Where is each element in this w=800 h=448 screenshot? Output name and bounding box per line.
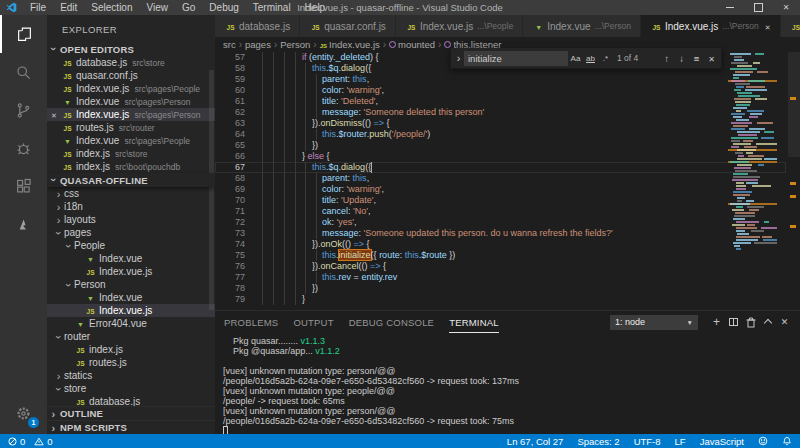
editor-tab[interactable]: Index.vue.js...\Person: [641, 15, 781, 37]
errors-status[interactable]: 0: [8, 436, 25, 447]
tree-item[interactable]: router: [47, 330, 215, 343]
editor-scrollbar[interactable]: [788, 52, 800, 157]
tree-item[interactable]: Person: [47, 278, 215, 291]
tree-item[interactable]: Index.vue.js: [47, 304, 215, 317]
kill-terminal-icon[interactable]: [742, 311, 759, 333]
close-window-button[interactable]: [772, 0, 800, 15]
sidebar-scrollbar[interactable]: [209, 70, 214, 310]
eol-status[interactable]: LF: [675, 436, 686, 447]
open-editor-item[interactable]: database.jssrc\store: [47, 56, 215, 69]
panel-tab-problems[interactable]: PROBLEMS: [224, 311, 278, 333]
menu-terminal[interactable]: Terminal: [246, 0, 298, 15]
manage-gear-icon[interactable]: 1: [0, 394, 47, 432]
menu-selection[interactable]: Selection: [84, 0, 139, 15]
open-editor-item[interactable]: routes.jssrc\router: [47, 121, 215, 134]
chevron-right-icon: [47, 408, 60, 420]
cursor-position-status[interactable]: Ln 67, Col 27: [507, 436, 564, 447]
language-mode-status[interactable]: JavaScript: [700, 436, 744, 447]
indentation-status[interactable]: Spaces: 2: [577, 436, 619, 447]
tree-item[interactable]: layouts: [47, 213, 215, 226]
breadcrumb-segment[interactable]: mounted: [389, 39, 435, 50]
minimize-button[interactable]: [716, 0, 744, 15]
tree-item[interactable]: pages: [47, 226, 215, 239]
close-panel-icon[interactable]: [776, 311, 793, 333]
menu-view[interactable]: View: [140, 0, 176, 15]
tree-item[interactable]: People: [47, 239, 215, 252]
panel-tab-terminal[interactable]: TERMINAL: [449, 311, 499, 333]
tree-item[interactable]: i18n: [47, 200, 215, 213]
previous-match-icon[interactable]: [659, 53, 674, 64]
tree-item[interactable]: store: [47, 382, 215, 395]
minimap-bar: [736, 104, 751, 106]
tree-item[interactable]: Error404.vue: [47, 317, 215, 330]
match-case-icon[interactable]: [568, 54, 583, 63]
tab-label: Index.vue.js: [420, 21, 473, 32]
tree-item[interactable]: Index.vue: [47, 252, 215, 265]
close-tab-icon[interactable]: [765, 21, 771, 32]
close-find-icon[interactable]: [704, 53, 719, 64]
find-in-selection-icon[interactable]: [689, 53, 704, 64]
menu-go[interactable]: Go: [175, 0, 202, 15]
tree-item[interactable]: statics: [47, 369, 215, 382]
editor-tab[interactable]: database.js: [215, 15, 300, 37]
menu-file[interactable]: File: [23, 0, 53, 15]
editor-tab[interactable]: Index.vue.js...\People: [396, 15, 523, 37]
whole-word-icon[interactable]: [583, 54, 598, 63]
terminal-selector-dropdown[interactable]: 1: node: [610, 315, 698, 330]
activity-azure-icon[interactable]: [0, 205, 47, 243]
open-editor-item[interactable]: index.jssrc\boot\pouchdb: [47, 160, 215, 173]
toggle-replace-chevron-icon[interactable]: [453, 52, 464, 64]
open-editor-item[interactable]: Index.vuesrc\pages\People: [47, 134, 215, 147]
activity-explorer-icon[interactable]: [0, 15, 47, 53]
open-editor-item[interactable]: index.jssrc\store: [47, 147, 215, 160]
breadcrumb-segment[interactable]: pages: [245, 39, 271, 50]
warnings-status[interactable]: 0: [34, 436, 52, 447]
activity-debug-icon[interactable]: [0, 129, 47, 167]
sidebar-section-outline[interactable]: OUTLINE: [47, 406, 215, 420]
open-editor-item[interactable]: Index.vuesrc\pages\Person: [47, 95, 215, 108]
terminal-output[interactable]: Pkg quasar........ v1.1.3 Pkg @quasar/ap…: [215, 333, 800, 434]
activity-search-icon[interactable]: [0, 53, 47, 91]
feedback-smiley-icon[interactable]: [758, 436, 768, 446]
breadcrumb-segment[interactable]: Index.vue.js: [320, 39, 380, 50]
menu-edit[interactable]: Edit: [53, 0, 84, 15]
panel-tab-output[interactable]: OUTPUT: [293, 311, 333, 333]
code-editor[interactable]: 57if (entity._deleted) {58this.$q.dialog…: [215, 52, 786, 310]
tree-item[interactable]: Index.vue: [47, 291, 215, 304]
regex-icon[interactable]: [598, 54, 613, 63]
tree-item[interactable]: routes.js: [47, 356, 215, 369]
bell-icon[interactable]: [782, 436, 792, 446]
open-editor-item[interactable]: Index.vue.jssrc\pages\People: [47, 82, 215, 95]
code-token: }: [302, 294, 305, 304]
activity-source-control-icon[interactable]: [0, 91, 47, 129]
find-input[interactable]: [464, 51, 568, 66]
code-line: 59parent: this,: [215, 74, 786, 85]
editor-tab[interactable]: quasar.conf.js: [300, 15, 396, 37]
tree-item[interactable]: css: [47, 187, 215, 200]
panel-tab-debug-console[interactable]: DEBUG CONSOLE: [349, 311, 434, 333]
open-editor-item[interactable]: Index.vue.jssrc\pages\Person: [47, 108, 215, 121]
sidebar-section-npm-scripts[interactable]: NPM SCRIPTS: [47, 420, 215, 434]
close-icon[interactable]: [47, 109, 61, 120]
folder-root-header[interactable]: QUASAR-OFFLINE: [47, 173, 215, 187]
breadcrumb-segment[interactable]: src: [223, 39, 236, 50]
tree-item[interactable]: index.js: [47, 343, 215, 356]
next-match-icon[interactable]: [674, 53, 689, 64]
activity-extensions-icon[interactable]: [0, 167, 47, 205]
maximize-button[interactable]: [744, 0, 772, 15]
encoding-status[interactable]: UTF-8: [634, 436, 661, 447]
minimap[interactable]: [728, 53, 777, 268]
editor-tab[interactable]: routes.js: [781, 15, 800, 37]
line-number: 76: [215, 261, 245, 272]
new-terminal-icon[interactable]: [708, 311, 725, 333]
open-editor-item[interactable]: quasar.conf.js: [47, 69, 215, 82]
section-label: OUTLINE: [60, 408, 103, 419]
split-terminal-icon[interactable]: [725, 311, 742, 333]
breadcrumb-segment[interactable]: Person: [280, 39, 310, 50]
menu-debug[interactable]: Debug: [202, 0, 245, 15]
status-label: JavaScript: [700, 436, 744, 447]
tree-item[interactable]: Index.vue.js: [47, 265, 215, 278]
editor-tab[interactable]: Index.vue...\Person: [523, 15, 641, 37]
maximize-panel-icon[interactable]: [759, 311, 776, 333]
open-editors-header[interactable]: OPEN EDITORS: [47, 42, 215, 56]
